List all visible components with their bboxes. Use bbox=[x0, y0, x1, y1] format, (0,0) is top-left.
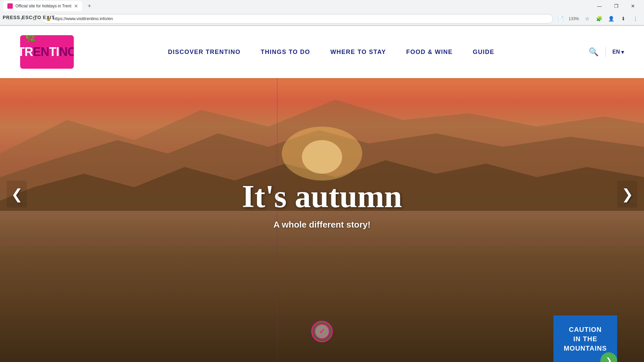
prev-slide-button[interactable]: ❮ bbox=[7, 181, 27, 207]
nav-food-wine[interactable]: FOOD & WINE bbox=[406, 49, 453, 56]
zoom-level: 133% bbox=[567, 16, 580, 21]
language-arrow-icon: ▾ bbox=[621, 49, 624, 55]
crosshair-horizontal bbox=[0, 243, 644, 243]
site-header: 🌿 TRENTINO DISCOVER TRENTINO THINGS TO D… bbox=[0, 26, 644, 78]
profile-button[interactable]: 👤 bbox=[606, 13, 616, 24]
browser-tab[interactable]: Official site for holidays in Trent ✕ bbox=[3, 1, 82, 11]
url-text: https://www.visittrentino.info/en bbox=[53, 16, 549, 21]
caution-title: CAUTION IN THE MOUNTAINS bbox=[560, 325, 610, 353]
browser-chrome: Official site for holidays in Trent ✕ + … bbox=[0, 0, 644, 26]
hero-title: It's autumn bbox=[242, 179, 402, 214]
nav-guide[interactable]: GUIDE bbox=[473, 49, 495, 56]
site-logo[interactable]: 🌿 TRENTINO bbox=[20, 35, 74, 69]
reader-button[interactable]: 📄 bbox=[555, 13, 566, 24]
next-slide-button[interactable]: ❯ bbox=[617, 181, 637, 207]
new-tab-button[interactable]: + bbox=[85, 1, 94, 11]
esc-overlay: PRESS ESC TO EXIT bbox=[0, 13, 57, 21]
logo-ti: TI bbox=[49, 45, 59, 59]
indicator-outer-circle: ✓ bbox=[311, 321, 333, 342]
nav-where-to-stay[interactable]: WHERE TO STAY bbox=[330, 49, 386, 56]
caution-arrow-button[interactable]: ❯ bbox=[600, 352, 617, 362]
language-selector[interactable]: EN ▾ bbox=[612, 49, 624, 55]
browser-titlebar: Official site for holidays in Trent ✕ + … bbox=[0, 0, 644, 12]
maximize-button[interactable]: ❐ bbox=[608, 0, 624, 12]
browser-toolbar: ‹ › ↻ 🔒 https://www.visittrentino.info/e… bbox=[0, 12, 644, 25]
close-button[interactable]: ✕ bbox=[625, 0, 641, 12]
nav-discover[interactable]: DISCOVER TRENTINO bbox=[168, 49, 241, 56]
svg-point-4 bbox=[302, 140, 342, 174]
extension-button[interactable]: 🧩 bbox=[594, 13, 604, 24]
header-right: 🔍 EN ▾ bbox=[589, 47, 624, 57]
minimize-button[interactable]: — bbox=[592, 0, 607, 12]
tab-close-button[interactable]: ✕ bbox=[74, 3, 78, 9]
checkmark-icon: ✓ bbox=[319, 327, 325, 336]
window-controls: — ❐ ✕ bbox=[592, 0, 641, 12]
download-button[interactable]: ⬇ bbox=[618, 13, 629, 24]
slide-indicator[interactable]: ✓ bbox=[311, 321, 333, 342]
tab-title: Official site for holidays in Trent bbox=[15, 4, 71, 8]
hero-subtitle: A whole different story! bbox=[242, 219, 402, 230]
nav-things-to-do[interactable]: THINGS TO DO bbox=[261, 49, 310, 56]
logo-no: NO bbox=[59, 45, 74, 59]
logo-tr: TR bbox=[20, 45, 33, 59]
address-bar[interactable]: 🔒 https://www.visittrentino.info/en bbox=[42, 14, 553, 23]
main-nav: DISCOVER TRENTINO THINGS TO DO WHERE TO … bbox=[74, 49, 589, 56]
bookmark-button[interactable]: ☆ bbox=[582, 13, 592, 24]
menu-button[interactable]: ⋮ bbox=[630, 13, 641, 24]
browser-tools: 📄 133% ☆ 🧩 👤 ⬇ ⋮ bbox=[555, 13, 641, 24]
hero-text-container: It's autumn A whole different story! bbox=[242, 179, 402, 230]
logo-en: EN bbox=[33, 45, 49, 59]
header-divider bbox=[605, 47, 606, 57]
language-label: EN bbox=[612, 49, 620, 55]
search-icon[interactable]: 🔍 bbox=[589, 47, 599, 57]
indicator-inner-circle: ✓ bbox=[315, 324, 329, 339]
caution-box: CAUTION IN THE MOUNTAINS ❯ bbox=[553, 315, 617, 362]
tab-favicon bbox=[7, 3, 13, 9]
website-container: It's autumn A whole different story! ❮ ❯… bbox=[0, 26, 644, 362]
